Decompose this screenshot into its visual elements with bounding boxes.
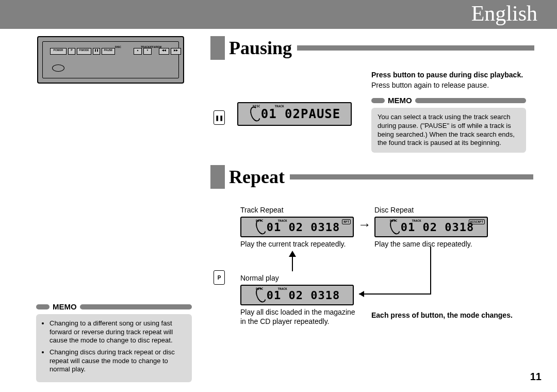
track-repeat-block: Track Repeat DISCTRACK RPT 01 02 0318 Pl… [240, 205, 355, 249]
device-label-disc: DISC [115, 45, 121, 48]
pausing-memo-box: You can select a track using the track s… [371, 108, 526, 153]
memo-label-repeat: MEMO [53, 302, 77, 311]
device-btn-pause: PAUSE [102, 48, 115, 55]
arrow-right-icon: → [358, 217, 371, 233]
top-bar: English [0, 0, 557, 29]
rpt-badge: RPT [342, 219, 351, 224]
lcd-pause: DISC TRACK 01 02PAUSE [237, 102, 352, 126]
track-repeat-title: Track Repeat [240, 205, 355, 215]
pausing-instruction-bold: Press button to pause during disc playba… [371, 70, 526, 79]
normal-play-block: Normal play DISCTRACK 01 02 0318 Play al… [240, 273, 355, 326]
svg-marker-0 [359, 291, 364, 297]
normal-play-title: Normal play [240, 273, 355, 283]
repeat-memo-block: MEMO Changing to a different song or usi… [36, 302, 192, 382]
heading-repeat: Repeat [229, 166, 285, 188]
arrow-up-icon [289, 251, 296, 271]
lcd-track-display: 01 02 0318 [267, 221, 340, 234]
pausing-instruction: Press button again to release pause. [371, 80, 526, 90]
connector-arrow-icon [356, 247, 485, 298]
device-btn-ff: ▶▶ [171, 48, 181, 55]
memo-label: MEMO [388, 96, 412, 105]
repeat-mode-icon: P [214, 270, 225, 285]
device-illustration: POWER P P.MODE ❚❚ PAUSE ▲ ▼ ◀◀ ▶▶ DISC T… [37, 36, 184, 84]
device-btn-pmode: P.MODE [77, 48, 91, 55]
device-btn-pause-icon: ❚❚ [93, 48, 100, 55]
device-btn-power: POWER [50, 48, 67, 55]
disc-repeat-block: Disc Repeat DISCTRACK DISCRPT 01 02 0318… [374, 205, 489, 249]
device-btn-rew: ◀◀ [159, 48, 169, 55]
lcd-normal-display: 01 02 0318 [267, 289, 340, 302]
normal-play-caption: Play all disc loaded in the magazine in … [240, 307, 359, 326]
page-number: 11 [530, 371, 542, 383]
memo-item: Changing discs during track repeat or di… [50, 348, 186, 374]
pause-icon: ❚❚ [214, 110, 225, 125]
device-label-track: TRACK/FF&REW [141, 45, 161, 48]
memo-item: Changing to a different song or using fa… [50, 319, 186, 345]
discrpt-badge: DISCRPT [469, 219, 485, 224]
device-btn-disc-down: ▼ [143, 48, 152, 55]
section-heading-repeat: Repeat [210, 165, 533, 189]
lcd-disc-display: 01 02 0318 [401, 221, 474, 234]
disc-repeat-caption: Play the same disc repeatedly. [374, 239, 489, 249]
pausing-text: Press button to pause during disc playba… [371, 70, 526, 153]
mode-instruction: Each press of button, the mode changes. [371, 311, 526, 320]
section-heading-pausing: Pausing [210, 36, 534, 60]
lcd-pause-display: 01 02PAUSE [261, 107, 341, 121]
compact-disc-icon [52, 64, 64, 72]
disc-repeat-title: Disc Repeat [374, 205, 489, 215]
language-label: English [471, 1, 537, 26]
device-btn-p: P [68, 48, 75, 55]
heading-pausing: Pausing [229, 37, 292, 59]
track-repeat-caption: Play the current track repeatedly. [240, 239, 355, 249]
device-btn-disc-up: ▲ [134, 48, 142, 55]
